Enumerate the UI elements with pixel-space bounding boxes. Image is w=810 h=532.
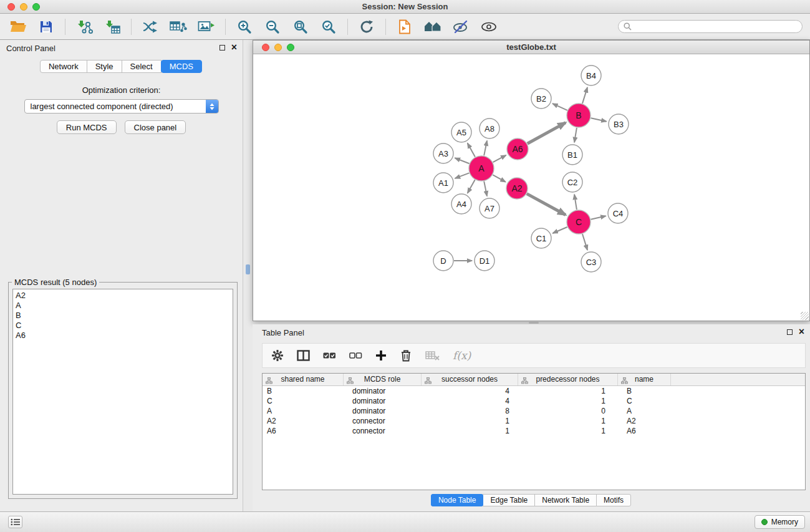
graph-node-C2[interactable]: C2 — [562, 172, 582, 192]
mcds-result-item[interactable]: C — [16, 321, 230, 331]
table-settings-button[interactable] — [271, 349, 284, 362]
zoom-selected-button[interactable] — [318, 17, 339, 37]
tab-motifs[interactable]: Motifs — [596, 494, 631, 506]
tab-mcds[interactable]: MCDS — [161, 60, 202, 73]
refresh-button[interactable] — [356, 17, 377, 37]
zoom-fit-button[interactable] — [290, 17, 311, 37]
memory-button[interactable]: Memory — [755, 515, 805, 529]
graph-edge-B-B3[interactable] — [591, 118, 607, 121]
select-all-rows-button[interactable] — [323, 352, 336, 359]
graph-node-A[interactable]: A — [469, 156, 494, 181]
network-from-table-button[interactable] — [168, 17, 189, 37]
vertical-splitter[interactable] — [243, 40, 253, 511]
graph-node-D[interactable]: D — [433, 251, 453, 271]
minimize-network-button[interactable] — [274, 44, 282, 51]
tab-network[interactable]: Network — [40, 60, 87, 73]
graph-edge-B-B1[interactable] — [574, 128, 577, 142]
open-recent-button[interactable] — [394, 17, 415, 37]
graph-edge-B-B2[interactable] — [552, 104, 567, 110]
graph-edge-A-A2[interactable] — [493, 175, 505, 181]
graph-node-C4[interactable]: C4 — [608, 203, 628, 223]
column-header-predecessor-nodes[interactable]: predecessor nodes — [518, 374, 618, 385]
graph-node-B3[interactable]: B3 — [609, 114, 629, 134]
graph-node-A6[interactable]: A6 — [507, 138, 528, 160]
zoom-network-button[interactable] — [287, 44, 294, 51]
table-row[interactable]: A2connector11A2 — [263, 416, 805, 426]
close-network-button[interactable] — [262, 44, 269, 51]
graph-node-A8[interactable]: A8 — [480, 118, 499, 138]
graph-edge-C-C3[interactable] — [582, 234, 587, 250]
graph-node-B[interactable]: B — [567, 104, 591, 127]
delete-table-button[interactable] — [425, 351, 440, 361]
graph-node-A2[interactable]: A2 — [506, 178, 528, 199]
network-canvas[interactable]: B4B2BB3A8A5A6B1A3AC2A1A2A4A7C4CC1C3DD1 — [253, 54, 809, 321]
tab-select[interactable]: Select — [122, 60, 162, 73]
apply-layout-button[interactable] — [140, 17, 161, 37]
home-button[interactable] — [422, 17, 443, 37]
function-builder-button[interactable]: f(x) — [453, 349, 471, 362]
graph-node-A3[interactable]: A3 — [433, 143, 453, 163]
import-table-button[interactable] — [102, 17, 123, 37]
graph-edge-C-C4[interactable] — [591, 216, 606, 219]
delete-rows-button[interactable] — [400, 349, 412, 362]
splitter-collapse-handle[interactable] — [246, 264, 250, 274]
graph-edge-C-C1[interactable] — [552, 227, 567, 233]
close-table-panel-icon[interactable]: × — [799, 328, 804, 336]
graph-node-D1[interactable]: D1 — [475, 251, 494, 271]
close-window-button[interactable] — [7, 3, 15, 11]
graph-edge-A-A6[interactable] — [493, 155, 506, 162]
column-header-successor-nodes[interactable]: successor nodes — [422, 374, 518, 385]
graph-node-A4[interactable]: A4 — [451, 194, 471, 214]
table-row[interactable]: Adominator80A — [263, 406, 805, 416]
show-columns-button[interactable] — [297, 350, 310, 361]
deselect-all-rows-button[interactable] — [349, 352, 362, 359]
graph-node-A5[interactable]: A5 — [451, 122, 471, 142]
graph-node-B4[interactable]: B4 — [581, 65, 601, 85]
table-row[interactable]: A6connector11A6 — [263, 426, 805, 436]
search-box[interactable] — [618, 20, 803, 33]
graph-node-C[interactable]: C — [567, 210, 591, 234]
tab-node-table[interactable]: Node Table — [431, 494, 484, 506]
mcds-result-item[interactable]: A — [16, 301, 230, 311]
graph-node-C1[interactable]: C1 — [531, 228, 551, 248]
tab-network-table[interactable]: Network Table — [534, 494, 597, 506]
graph-edge-B-B4[interactable] — [582, 87, 587, 104]
graph-edge-A-A8[interactable] — [484, 141, 487, 156]
window-resize-handle[interactable] — [801, 312, 809, 320]
table-row[interactable]: Cdominator41C — [263, 396, 805, 406]
graph-node-A1[interactable]: A1 — [433, 173, 453, 193]
column-header-shared-name[interactable]: shared name — [263, 374, 344, 385]
float-panel-icon[interactable] — [219, 45, 225, 51]
graph-edge-A6-B[interactable] — [528, 123, 566, 144]
import-network-button[interactable] — [74, 17, 95, 37]
column-header-name[interactable]: name — [618, 374, 671, 385]
graph-edge-A-A3[interactable] — [455, 158, 470, 163]
run-mcds-button[interactable]: Run MCDS — [57, 120, 117, 134]
column-header-mcds-role[interactable]: MCDS role — [344, 374, 422, 385]
close-panel-icon[interactable]: × — [231, 44, 237, 51]
close-panel-button[interactable]: Close panel — [125, 120, 186, 134]
mcds-result-item[interactable]: A6 — [16, 331, 230, 341]
graph-edge-A-A7[interactable] — [484, 181, 487, 196]
tab-style[interactable]: Style — [87, 60, 122, 73]
graph-edge-A-A4[interactable] — [468, 180, 475, 193]
graph-node-C3[interactable]: C3 — [581, 252, 601, 272]
save-session-button[interactable] — [36, 17, 57, 37]
open-session-button[interactable] — [7, 17, 29, 37]
zoom-window-button[interactable] — [32, 3, 40, 11]
graph-edge-A-A1[interactable] — [455, 173, 470, 178]
export-image-button[interactable] — [196, 17, 217, 37]
mcds-result-list[interactable]: A2ABCA6 — [12, 289, 233, 495]
search-input[interactable] — [635, 22, 797, 31]
graph-edge-C-C2[interactable] — [574, 195, 577, 210]
graph-node-B2[interactable]: B2 — [531, 89, 551, 109]
show-graphics-details-button[interactable] — [450, 17, 471, 37]
hide-graphics-details-button[interactable] — [478, 17, 499, 37]
task-history-button[interactable] — [8, 516, 22, 528]
minimize-window-button[interactable] — [20, 3, 27, 11]
mcds-result-item[interactable]: B — [16, 311, 230, 321]
float-table-panel-icon[interactable] — [787, 329, 793, 335]
tab-edge-table[interactable]: Edge Table — [483, 494, 535, 506]
add-row-button[interactable] — [375, 350, 387, 361]
zoom-out-button[interactable] — [262, 17, 283, 37]
